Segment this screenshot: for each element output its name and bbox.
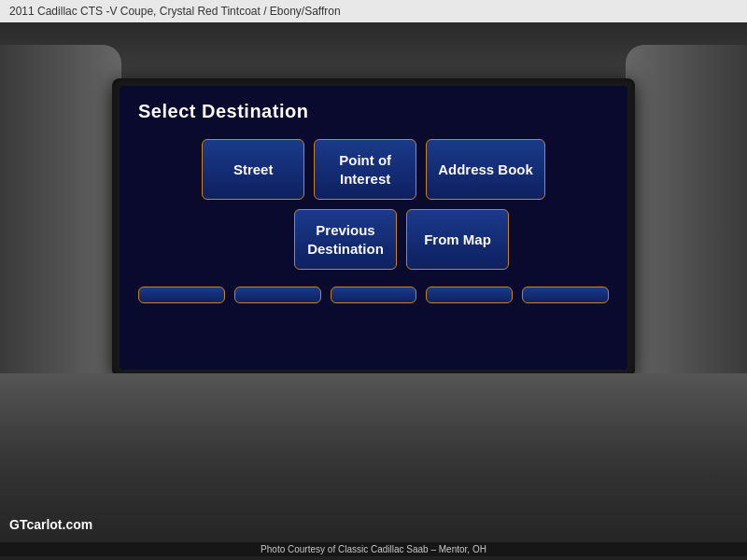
- address-book-button[interactable]: Address Book: [426, 139, 545, 200]
- dashboard: Select Destination Street Point ofIntere…: [0, 22, 747, 560]
- previous-destination-button[interactable]: PreviousDestination: [294, 209, 397, 270]
- screen-bezel: Select Destination Street Point ofIntere…: [112, 78, 635, 377]
- side-panel-left: [0, 45, 121, 390]
- street-button[interactable]: Street: [202, 139, 304, 200]
- button-row-2: PreviousDestination From Map: [138, 209, 609, 270]
- gtcarlot-logo: GTcarlot.com: [9, 517, 92, 532]
- poi-button[interactable]: Point ofInterest: [314, 139, 416, 200]
- bottom-indicator-row: [138, 287, 609, 303]
- buttons-grid: Street Point ofInterest Address Book Pre…: [138, 139, 609, 355]
- indicator-btn-1[interactable]: [138, 287, 225, 303]
- nav-screen: Select Destination Street Point ofIntere…: [120, 86, 627, 370]
- photo-credit: Photo Courtesy of Classic Cadillac Saab …: [0, 542, 747, 556]
- button-row-1: Street Point ofInterest Address Book: [138, 139, 609, 200]
- indicator-btn-3[interactable]: [331, 287, 417, 303]
- top-bar: 2011 Cadillac CTS -V Coupe, Crystal Red …: [0, 0, 747, 22]
- indicator-btn-5[interactable]: [522, 287, 609, 303]
- indicator-btn-2[interactable]: [234, 287, 321, 303]
- page-wrapper: 2011 Cadillac CTS -V Coupe, Crystal Red …: [0, 0, 747, 560]
- side-panel-right: [626, 45, 747, 390]
- color-info: Crystal Red Tintcoat / Ebony/Saffron: [160, 5, 341, 18]
- car-info: 2011 Cadillac CTS -V Coupe,: [9, 5, 156, 18]
- dash-bottom: [0, 373, 747, 560]
- indicator-btn-4[interactable]: [426, 287, 513, 303]
- screen-title: Select Destination: [138, 101, 609, 122]
- from-map-button[interactable]: From Map: [406, 209, 509, 270]
